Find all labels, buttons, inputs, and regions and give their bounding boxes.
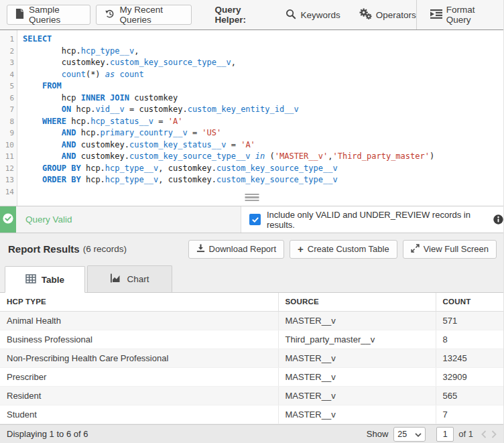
cell-hcp-type: Animal Health [0,311,278,330]
sql-editor[interactable]: 1234567891011121314 SELECT hcp.hcp_type_… [0,30,503,206]
search-icon [286,9,296,21]
line-number: 1 [0,34,17,46]
query-toolbar: Sample Queries My Recent Queries Query H… [0,0,503,30]
code-line: AND customkey.custom_key_source_type__v … [23,151,503,163]
column-header-source[interactable]: SOURCE [278,293,436,311]
page-number-input[interactable] [436,427,454,442]
show-label: Show [367,429,389,439]
cell-source: MASTER__v [278,386,436,405]
operators-label: Operators [376,10,416,20]
info-icon[interactable] [493,214,503,225]
code-line: WHERE hcp.hcp_status__v = 'A' [23,116,503,128]
expand-icon [411,244,420,255]
displaying-text: Displaying 1 to 6 of 6 [7,429,88,439]
report-results-header: Report Results (6 records) Download Repo… [0,233,503,265]
code-line: count(*) as count [23,69,503,81]
line-number: 6 [0,92,17,105]
line-number: 8 [0,116,17,128]
view-full-screen-label: View Full Screen [424,244,489,254]
format-query-link[interactable]: Format Query [430,5,491,25]
create-custom-table-label: Create Custom Table [308,244,389,254]
cell-count: 8 [436,330,504,349]
download-report-label: Download Report [209,244,276,254]
code-line: hcp.hcp_type__v, [23,46,503,58]
cell-hcp-type: Resident [0,386,278,405]
tab-chart[interactable]: Chart [87,265,172,292]
cell-hcp-type: Student [0,405,278,424]
cell-count: 13245 [436,349,504,367]
my-recent-queries-label: My Recent Queries [119,5,183,25]
create-custom-table-button[interactable]: + Create Custom Table [290,240,397,259]
code-line: SELECT [23,34,503,46]
view-full-screen-button[interactable]: View Full Screen [403,240,497,259]
cell-count: 571 [436,311,504,330]
page-size-select[interactable]: 25 [393,427,426,442]
query-report-page: Sample Queries My Recent Queries Query H… [0,0,504,443]
results-tabs: Table Chart [0,265,503,293]
code-line: AND customkey.custom_key_status__v = 'A' [23,139,503,151]
resize-grip-bar [245,196,259,198]
code-line: ORDER BY hcp.hcp_type__v, customkey.cust… [23,174,503,186]
sample-queries-label: Sample Queries [29,5,82,25]
table-header-row: HCP TYPE SOURCE COUNT [0,293,504,311]
cell-count: 7 [436,405,504,424]
column-header-hcp-type[interactable]: HCP TYPE [0,293,278,311]
table-row[interactable]: Non-Prescribing Health Care Professional… [0,349,504,367]
line-number: 12 [0,163,17,175]
check-circle-icon [3,213,13,227]
tab-table[interactable]: Table [5,266,85,293]
query-status-bar: Query Valid Include only VALID and UNDER… [0,206,503,233]
code-line: hcp INNER JOIN customkey [23,92,503,105]
table-row[interactable]: StudentMASTER__v7 [0,405,504,424]
code-line: GROUP BY hcp.hcp_type__v, customkey.cust… [23,163,503,175]
cell-source: MASTER__v [278,311,436,330]
valid-records-checkbox[interactable] [249,214,261,225]
chevron-left-icon[interactable] [481,430,487,438]
keywords-label: Keywords [300,10,340,20]
cell-source: MASTER__v [278,349,436,367]
line-number: 10 [0,139,17,151]
tab-chart-label: Chart [127,274,149,284]
line-number: 13 [0,174,17,186]
report-results-title: Report Results [8,243,80,255]
pagination-controls: Show 25 of 1 [367,427,497,442]
history-icon [105,9,115,21]
download-report-button[interactable]: Download Report [188,240,284,259]
format-query-section: Format Query [416,0,503,29]
area-chart-icon [110,273,121,285]
operators-link[interactable]: Operators [359,8,416,21]
format-query-label: Format Query [446,5,491,25]
cell-count: 32909 [436,367,504,386]
sample-queries-button[interactable]: Sample Queries [7,5,90,25]
code-line: AND hcp.primary_country__v = 'US' [23,127,503,139]
editor-resize-handle[interactable] [245,194,259,202]
table-grid-icon [25,274,36,286]
download-icon [196,244,205,255]
report-actions: Download Report + Create Custom Table Vi… [188,240,497,259]
keywords-link[interactable]: Keywords [286,9,340,21]
code-line: customkey.custom_key_source_type__v, [23,57,503,69]
line-number: 2 [0,46,17,58]
sql-code-area[interactable]: SELECT hcp.hcp_type__v, customkey.custom… [17,30,503,206]
table-footer: Displaying 1 to 6 of 6 Show 25 of 1 [0,424,503,443]
file-icon [15,9,24,21]
record-filter-section: Include only VALID and UNDER_REVIEW reco… [241,206,503,233]
table-row[interactable]: ResidentMASTER__v565 [0,386,504,405]
line-number: 14 [0,186,17,198]
line-number: 9 [0,127,17,139]
column-header-count[interactable]: COUNT [436,293,504,311]
line-number: 4 [0,69,17,81]
gears-icon [359,8,372,21]
results-table: HCP TYPE SOURCE COUNT Animal HealthMASTE… [0,293,504,424]
table-row[interactable]: Business ProfessionalThird_party_master_… [0,330,504,349]
table-row[interactable]: Animal HealthMASTER__v571 [0,311,504,330]
code-line [23,186,503,198]
page-size-value: 25 [397,430,407,439]
chevron-right-icon[interactable] [491,430,497,438]
code-line: ON hcp.vid__v = customkey.custom_key_ent… [23,104,503,116]
my-recent-queries-button[interactable]: My Recent Queries [96,5,192,25]
line-number: 7 [0,104,17,116]
cell-source: MASTER__v [278,405,436,424]
table-row[interactable]: PrescriberMASTER__v32909 [0,367,504,386]
resize-grip-bar [245,194,259,196]
